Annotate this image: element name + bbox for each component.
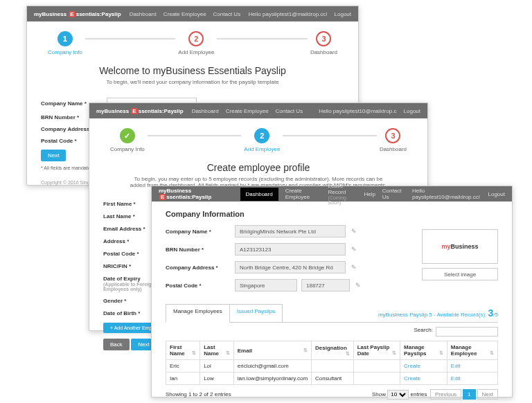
welcome-title: Welcome to myBusiness Essentials Payslip	[48, 65, 337, 76]
label-email: Email Address *	[103, 226, 159, 232]
table-row: IanLowian.low@simplyordinary.comConsulta…	[166, 373, 498, 385]
value-company-address: North Bridge Centre, 420 N Bridge Rd	[235, 261, 346, 274]
value-postal-city: Singapore	[235, 279, 297, 292]
nav-create-employee[interactable]: Create Employee	[226, 108, 269, 114]
step-1-circle: 1	[57, 31, 73, 46]
edit-employee-link[interactable]: Edit	[451, 375, 461, 382]
col-manage-payslips[interactable]: Manage Payslips⇅	[400, 341, 447, 360]
pager-prev[interactable]: Previous	[430, 389, 461, 400]
brand-logo: myBusiness Essentials:Payslip	[34, 11, 121, 17]
col-manage-employee[interactable]: Manage Employee⇅	[447, 341, 497, 360]
label-postal: Postal Code *	[166, 283, 235, 289]
label-brn: BRN Number *	[166, 247, 235, 253]
edit-icon[interactable]: ✎	[351, 228, 357, 235]
navbar: myBusiness Essentials:Payslip Dashboard …	[89, 103, 427, 118]
label-first-name: First Name *	[103, 201, 159, 207]
tab-manage-employees[interactable]: Manage Employees	[166, 304, 230, 323]
nav-dashboard[interactable]: Dashboard	[240, 188, 278, 201]
user-greeting: Hello paysliptest1@maildrop.cc!	[249, 11, 328, 17]
edit-icon[interactable]: ✎	[351, 246, 357, 253]
value-postal-code: 188727	[301, 279, 350, 292]
label-nric: NRIC/FIN *	[103, 263, 159, 269]
create-payslip-link[interactable]: Create	[404, 375, 420, 382]
col-designation[interactable]: Designation⇅	[312, 341, 354, 360]
step-2-label: Add Employee	[178, 49, 214, 55]
step-3-circle: 3	[316, 31, 331, 46]
logout-link[interactable]: Logout	[335, 11, 351, 17]
col-last-name[interactable]: Last Name⇅	[200, 341, 234, 360]
step-1-label: Company Info	[48, 49, 82, 55]
col-first-name[interactable]: First Name⇅	[166, 341, 200, 360]
cell-last: Loi	[200, 360, 234, 373]
nav-contact[interactable]: Contact Us	[213, 11, 241, 17]
welcome-sub: To begin, we'll need your company inform…	[48, 79, 337, 85]
brand-logo: myBusiness Essentials:Payslip	[96, 108, 184, 114]
select-image-button[interactable]: Select image	[422, 268, 498, 280]
step-2-label: Add Employee	[244, 146, 280, 152]
next-button[interactable]: Next	[41, 150, 66, 161]
back-button[interactable]: Back	[103, 339, 130, 350]
nav-dashboard[interactable]: Dashboard	[192, 108, 219, 114]
step-bar: 1Company Info 2Add Employee 3Dashboard	[27, 21, 358, 60]
nav-contact[interactable]: Contact Us	[382, 188, 405, 200]
nav-create-employee[interactable]: Create Employee	[163, 11, 206, 17]
company-info-heading: Company Information	[166, 210, 498, 218]
cell-first: Ian	[166, 373, 200, 385]
pager-page-1[interactable]: 1	[463, 389, 475, 400]
user-greeting: Hello paysliptest10@maildrop.cc!	[412, 188, 481, 200]
step-bar: ✓Company Info 2Add Employee 3Dashboard	[89, 118, 427, 156]
label-postal: Postal Code *	[103, 251, 159, 257]
navbar: myBusiness Essentials:Payslip Dashboard …	[152, 186, 512, 202]
col-last-payslip[interactable]: Last Payslip Date⇅	[353, 341, 400, 360]
col-email[interactable]: Email⇅	[233, 341, 311, 360]
label-last-name: Last Name *	[103, 213, 159, 220]
search-input[interactable]	[436, 327, 498, 337]
nav-help[interactable]: Help	[364, 191, 375, 197]
user-greeting: Hello paysliptest10@maildrop.c	[319, 108, 396, 114]
company-logo: myBusiness	[422, 229, 498, 264]
cell-first: Eric	[166, 360, 200, 373]
label-expiry: Date of Expiry(Applicable to Foreign Emp…	[103, 276, 159, 292]
show-label: Show	[372, 391, 386, 397]
brand-logo: myBusiness Essentials:Payslip	[159, 188, 232, 200]
cell-last-payslip	[353, 360, 400, 373]
navbar: myBusiness Essentials:Payslip Dashboard …	[27, 6, 358, 21]
logout-link[interactable]: Logout	[404, 108, 420, 114]
entries-label: entries	[411, 391, 427, 397]
step-2-circle: 2	[188, 31, 204, 46]
table-row: EricLoiericloich@gmail.comCreateEdit	[166, 360, 498, 373]
value-brn: A123123123	[235, 243, 346, 256]
cell-designation: Consultant	[312, 373, 354, 385]
page-size-select[interactable]: 10	[387, 390, 409, 400]
cell-email: ericloich@gmail.com	[233, 360, 311, 373]
tab-issued-payslips[interactable]: Issued Payslips	[229, 304, 283, 322]
value-company-name: BridgingMinds Network Pte Ltd	[235, 225, 346, 238]
nav-create-employee[interactable]: Create Employee	[285, 188, 321, 200]
step-3-circle: 3	[385, 128, 400, 143]
employees-table: First Name⇅ Last Name⇅ Email⇅ Designatio…	[166, 341, 498, 385]
cell-last-payslip	[353, 373, 400, 385]
label-gender: Gender *	[103, 298, 159, 304]
edit-icon[interactable]: ✎	[351, 264, 357, 271]
step-1-label: Company Info	[110, 146, 145, 152]
edit-icon[interactable]: ✎	[355, 282, 361, 289]
step-1-circle: ✓	[120, 128, 135, 143]
cell-last: Low	[200, 373, 234, 385]
step-2-circle: 2	[254, 128, 269, 143]
logout-link[interactable]: Logout	[488, 191, 505, 197]
nav-contact[interactable]: Contact Us	[276, 108, 303, 114]
label-company-name: Company Name *	[166, 229, 235, 235]
pager-next[interactable]: Next	[477, 389, 498, 400]
edit-employee-link[interactable]: Edit	[451, 363, 461, 369]
search-label: Search:	[414, 327, 433, 337]
label-company-address: Company Address *	[166, 265, 235, 271]
label-address: Address *	[103, 238, 159, 244]
nav-dashboard[interactable]: Dashboard	[130, 11, 157, 17]
step-3-label: Dashboard	[380, 146, 407, 152]
available-records: myBusiness Payslip 5 - Available Record(…	[378, 304, 498, 322]
label-dob: Date of Birth *	[103, 310, 159, 316]
create-payslip-link[interactable]: Create	[404, 363, 420, 369]
step-3-label: Dashboard	[310, 49, 337, 55]
create-profile-title: Create employee profile	[110, 162, 407, 173]
showing-entries: Showing 1 to 2 of 2 entries	[166, 391, 231, 397]
